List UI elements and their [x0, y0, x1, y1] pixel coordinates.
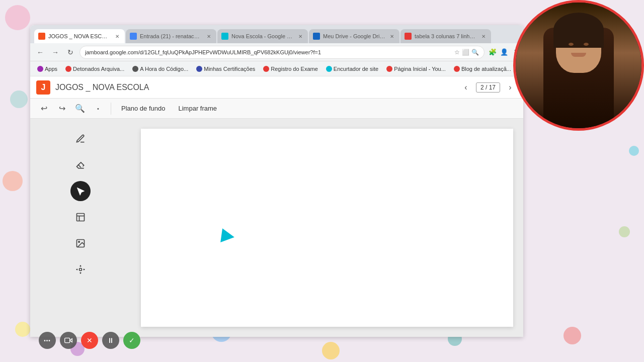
bookmark-certificacoes[interactable]: Minhas Certificações: [193, 65, 258, 73]
tab-2[interactable]: Entrada (21) - renatacapovilla... ✕: [126, 29, 216, 43]
note-tool[interactable]: [70, 207, 91, 227]
whiteboard[interactable]: [141, 129, 513, 327]
tab-favicon-3: [221, 33, 228, 40]
tab-favicon-2: [130, 33, 137, 40]
pen-tool[interactable]: [70, 129, 91, 149]
prev-slide-button[interactable]: ‹: [459, 80, 473, 95]
undo-button[interactable]: ↩: [36, 101, 51, 116]
address-text: jamboard.google.com/d/12GLf_fqUuQPkApJPH…: [85, 49, 321, 55]
tab-close-3[interactable]: ✕: [297, 33, 304, 40]
forward-button[interactable]: →: [49, 46, 61, 58]
tab-1[interactable]: JOGOS _ NOVA ESCOLA - Goo... ✕: [34, 29, 125, 43]
bookmark-encurtador[interactable]: Encurtador de site: [323, 65, 381, 73]
tab-favicon-1: [38, 33, 45, 40]
tab-close-5[interactable]: ✕: [480, 33, 487, 40]
image-tool[interactable]: [70, 233, 91, 253]
webcam-person-bg: [516, 3, 641, 128]
bookmark-dot-reg: [263, 66, 269, 72]
bottom-bar: ••• ✕ ⏸ ✓: [33, 328, 174, 353]
profile-icon[interactable]: 👤: [499, 47, 509, 57]
more-button[interactable]: •••: [39, 332, 56, 349]
pause-button[interactable]: ⏸: [102, 332, 119, 349]
bookmark-pagina-inicial[interactable]: Página Inicial - You...: [383, 65, 449, 73]
edit-toolbar: ↩ ↪ 🔍 • Plano de fundo Limpar frame: [30, 99, 523, 119]
tab-3[interactable]: Nova Escola - Google Jambo... ✕: [217, 29, 308, 43]
cursor-arrow: [220, 228, 235, 244]
address-box[interactable]: jamboard.google.com/d/12GLf_fqUuQPkApJPH…: [79, 46, 485, 59]
bookmark-dot-apps: [37, 66, 43, 72]
bookmark-dot-blog: [454, 66, 460, 72]
address-icons: ☆ ⬜ 🔍: [454, 49, 479, 56]
screen-cast-icon[interactable]: ⬜: [462, 49, 469, 56]
zoom-icon[interactable]: 🔍: [471, 49, 479, 56]
address-bar-row: ← → ↻ jamboard.google.com/d/12GLf_fqUuQP…: [30, 43, 523, 61]
slide-counter: 2 / 17: [476, 82, 500, 93]
refresh-button[interactable]: ↻: [64, 46, 76, 58]
bookmark-dot-pagina: [386, 66, 392, 72]
bookmark-hora-codigo[interactable]: A Hora do Código...: [129, 65, 191, 73]
select-tool[interactable]: [70, 181, 91, 201]
laser-tool[interactable]: [70, 259, 91, 280]
clear-frame-button[interactable]: Limpar frame: [173, 103, 222, 114]
slide-navigation: ‹ 2 / 17 ›: [459, 80, 517, 95]
svg-point-5: [79, 268, 82, 271]
webcam-overlay: [513, 0, 644, 131]
bookmark-dot-hora: [132, 66, 138, 72]
check-button[interactable]: ✓: [123, 332, 140, 349]
toolbar-divider: [111, 103, 111, 115]
tab-close-2[interactable]: ✕: [205, 33, 212, 40]
jamboard-logo: J: [36, 80, 50, 95]
tab-5[interactable]: tabela 3 colunas 7 linhas - Pe... ✕: [400, 29, 491, 43]
bookmark-registro[interactable]: Registro do Exame: [260, 65, 321, 73]
bookmark-detonados[interactable]: Detonados Arquiva...: [62, 65, 127, 73]
zoom-more-button[interactable]: •: [91, 101, 106, 116]
app-title: JOGOS _ NOVA ESCOLA: [55, 83, 454, 92]
redo-button[interactable]: ↪: [54, 101, 69, 116]
extension-icon[interactable]: 🧩: [488, 47, 498, 57]
tab-favicon-5: [405, 33, 412, 40]
tab-favicon-4: [313, 33, 320, 40]
canvas-area: [131, 119, 523, 337]
camera-button[interactable]: [60, 332, 77, 349]
bookmark-star-icon[interactable]: ☆: [454, 49, 460, 56]
close-button[interactable]: ✕: [81, 332, 98, 349]
tab-close-1[interactable]: ✕: [114, 33, 121, 40]
eraser-tool[interactable]: [70, 155, 91, 175]
left-sidebar: [30, 119, 131, 337]
back-button[interactable]: ←: [34, 46, 46, 58]
svg-point-4: [78, 241, 80, 243]
browser-window: JOGOS _ NOVA ESCOLA - Goo... ✕ Entrada (…: [30, 25, 523, 337]
bookmark-apps[interactable]: Apps: [34, 65, 60, 73]
tab-close-4[interactable]: ✕: [388, 33, 395, 40]
svg-rect-6: [65, 338, 70, 342]
bookmark-dot-cert: [196, 66, 202, 72]
zoom-button[interactable]: 🔍: [72, 101, 88, 116]
bookmark-dot-detonados: [65, 66, 71, 72]
bookmarks-bar: Apps Detonados Arquiva... A Hora do Códi…: [30, 61, 523, 76]
tab-bar: JOGOS _ NOVA ESCOLA - Goo... ✕ Entrada (…: [30, 25, 523, 43]
content-area: [30, 119, 523, 337]
bookmark-blog[interactable]: Blog de atualizaçã...: [451, 65, 514, 73]
bookmark-dot-enc: [326, 66, 332, 72]
svg-rect-0: [77, 214, 85, 221]
background-menu-button[interactable]: Plano de fundo: [116, 103, 170, 114]
tab-4[interactable]: Meu Drive - Google Drive ✕: [309, 29, 399, 43]
app-toolbar: J JOGOS _ NOVA ESCOLA ‹ 2 / 17 ›: [30, 76, 523, 99]
